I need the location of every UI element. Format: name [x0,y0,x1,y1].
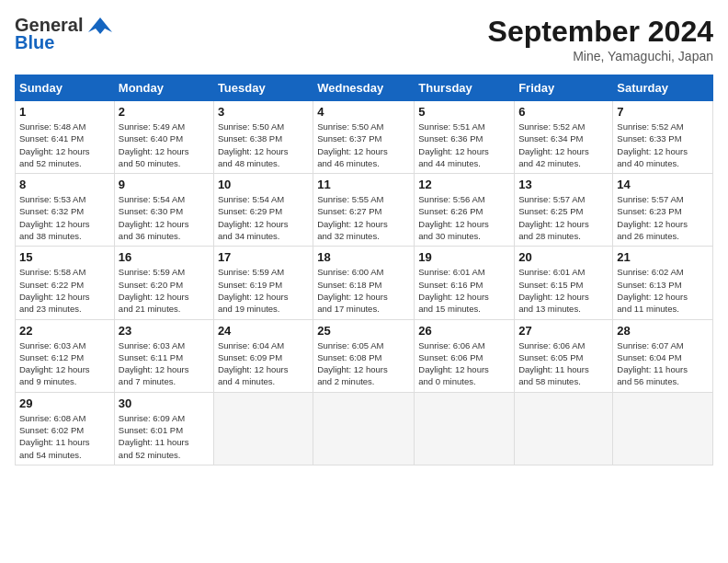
logo-bird-icon [86,16,114,36]
calendar-cell: 5 Sunrise: 5:51 AMSunset: 6:36 PMDayligh… [415,101,515,174]
calendar-cell: 26 Sunrise: 6:06 AMSunset: 6:06 PMDaylig… [415,319,515,392]
day-number: 25 [317,324,410,338]
day-number: 8 [19,178,110,191]
calendar-cell [613,392,713,465]
day-number: 3 [218,105,309,119]
day-info: Sunrise: 6:06 AMSunset: 6:06 PMDaylight:… [418,339,510,388]
day-number: 2 [119,105,210,119]
page-header: General Blue September 2024 Mine, Yamagu… [15,15,713,63]
day-number: 5 [418,105,510,119]
day-info: Sunrise: 6:02 AMSunset: 6:13 PMDaylight:… [617,266,709,315]
day-number: 30 [119,396,210,410]
calendar-cell: 12 Sunrise: 5:56 AMSunset: 6:26 PMDaylig… [415,174,515,247]
calendar-week-row: 8 Sunrise: 5:53 AMSunset: 6:32 PMDayligh… [16,174,713,247]
calendar-table: SundayMondayTuesdayWednesdayThursdayFrid… [15,75,713,465]
calendar-cell: 19 Sunrise: 6:01 AMSunset: 6:16 PMDaylig… [415,247,515,319]
calendar-cell: 25 Sunrise: 6:05 AMSunset: 6:08 PMDaylig… [313,319,415,392]
day-info: Sunrise: 6:07 AMSunset: 6:04 PMDaylight:… [617,339,709,388]
calendar-cell: 24 Sunrise: 6:04 AMSunset: 6:09 PMDaylig… [213,319,313,392]
day-info: Sunrise: 5:57 AMSunset: 6:25 PMDaylight:… [518,193,609,242]
day-number: 19 [418,250,510,264]
calendar-cell: 6 Sunrise: 5:52 AMSunset: 6:34 PMDayligh… [515,101,613,174]
day-info: Sunrise: 5:58 AMSunset: 6:22 PMDaylight:… [19,266,110,315]
day-number: 10 [218,178,309,191]
calendar-cell [313,392,415,465]
day-info: Sunrise: 5:55 AMSunset: 6:27 PMDaylight:… [317,193,410,242]
day-number: 23 [119,324,210,338]
calendar-cell [213,392,313,465]
day-number: 6 [518,105,609,119]
day-info: Sunrise: 5:48 AMSunset: 6:41 PMDaylight:… [19,121,110,169]
day-info: Sunrise: 5:57 AMSunset: 6:23 PMDaylight:… [617,193,709,242]
day-number: 22 [19,324,110,338]
day-info: Sunrise: 6:01 AMSunset: 6:15 PMDaylight:… [518,266,609,315]
day-info: Sunrise: 5:54 AMSunset: 6:29 PMDaylight:… [218,193,309,242]
day-number: 1 [19,105,110,119]
day-number: 11 [317,178,410,191]
calendar-cell: 15 Sunrise: 5:58 AMSunset: 6:22 PMDaylig… [16,247,115,319]
day-info: Sunrise: 5:53 AMSunset: 6:32 PMDaylight:… [19,193,110,242]
day-info: Sunrise: 5:59 AMSunset: 6:20 PMDaylight:… [119,266,210,315]
day-info: Sunrise: 6:00 AMSunset: 6:18 PMDaylight:… [317,266,410,315]
calendar-cell: 27 Sunrise: 6:06 AMSunset: 6:05 PMDaylig… [515,319,613,392]
day-number: 15 [19,250,110,264]
day-number: 9 [119,178,210,191]
day-number: 13 [518,178,609,191]
header-monday: Monday [114,75,213,101]
day-info: Sunrise: 5:51 AMSunset: 6:36 PMDaylight:… [418,121,510,169]
day-info: Sunrise: 5:49 AMSunset: 6:40 PMDaylight:… [119,121,210,169]
day-number: 20 [518,250,609,264]
calendar-cell [515,392,613,465]
day-number: 14 [617,178,709,191]
day-info: Sunrise: 6:03 AMSunset: 6:12 PMDaylight:… [19,339,110,388]
calendar-cell [415,392,515,465]
day-info: Sunrise: 5:50 AMSunset: 6:37 PMDaylight:… [317,121,410,169]
calendar-cell: 23 Sunrise: 6:03 AMSunset: 6:11 PMDaylig… [114,319,213,392]
calendar-cell: 16 Sunrise: 5:59 AMSunset: 6:20 PMDaylig… [114,247,213,319]
day-info: Sunrise: 5:59 AMSunset: 6:19 PMDaylight:… [218,266,309,315]
logo-blue: Blue [15,32,54,53]
day-number: 4 [317,105,410,119]
day-info: Sunrise: 6:05 AMSunset: 6:08 PMDaylight:… [317,339,410,388]
calendar-cell: 10 Sunrise: 5:54 AMSunset: 6:29 PMDaylig… [213,174,313,247]
header-sunday: Sunday [16,75,115,101]
day-number: 29 [19,396,110,410]
calendar-week-row: 29 Sunrise: 6:08 AMSunset: 6:02 PMDaylig… [16,392,713,465]
calendar-cell: 28 Sunrise: 6:07 AMSunset: 6:04 PMDaylig… [613,319,713,392]
calendar-cell: 21 Sunrise: 6:02 AMSunset: 6:13 PMDaylig… [613,247,713,319]
calendar-cell: 11 Sunrise: 5:55 AMSunset: 6:27 PMDaylig… [313,174,415,247]
calendar-week-row: 15 Sunrise: 5:58 AMSunset: 6:22 PMDaylig… [16,247,713,319]
day-info: Sunrise: 5:54 AMSunset: 6:30 PMDaylight:… [119,193,210,242]
calendar-header-row: SundayMondayTuesdayWednesdayThursdayFrid… [16,75,713,101]
calendar-cell: 13 Sunrise: 5:57 AMSunset: 6:25 PMDaylig… [515,174,613,247]
calendar-cell: 4 Sunrise: 5:50 AMSunset: 6:37 PMDayligh… [313,101,415,174]
calendar-week-row: 1 Sunrise: 5:48 AMSunset: 6:41 PMDayligh… [16,101,713,174]
logo: General Blue [15,15,114,53]
day-number: 26 [418,324,510,338]
calendar-cell: 14 Sunrise: 5:57 AMSunset: 6:23 PMDaylig… [613,174,713,247]
day-info: Sunrise: 5:52 AMSunset: 6:34 PMDaylight:… [518,121,609,169]
calendar-cell: 18 Sunrise: 6:00 AMSunset: 6:18 PMDaylig… [313,247,415,319]
calendar-cell: 20 Sunrise: 6:01 AMSunset: 6:15 PMDaylig… [515,247,613,319]
day-info: Sunrise: 6:09 AMSunset: 6:01 PMDaylight:… [119,412,210,461]
location-subtitle: Mine, Yamaguchi, Japan [488,49,713,63]
header-saturday: Saturday [613,75,713,101]
day-info: Sunrise: 5:56 AMSunset: 6:26 PMDaylight:… [418,193,510,242]
calendar-cell: 22 Sunrise: 6:03 AMSunset: 6:12 PMDaylig… [16,319,115,392]
title-block: September 2024 Mine, Yamaguchi, Japan [488,15,713,63]
svg-marker-0 [88,17,112,34]
day-info: Sunrise: 6:06 AMSunset: 6:05 PMDaylight:… [518,339,609,388]
day-number: 24 [218,324,309,338]
header-tuesday: Tuesday [213,75,313,101]
day-number: 27 [518,324,609,338]
calendar-cell: 2 Sunrise: 5:49 AMSunset: 6:40 PMDayligh… [114,101,213,174]
calendar-cell: 9 Sunrise: 5:54 AMSunset: 6:30 PMDayligh… [114,174,213,247]
calendar-cell: 1 Sunrise: 5:48 AMSunset: 6:41 PMDayligh… [16,101,115,174]
day-info: Sunrise: 5:52 AMSunset: 6:33 PMDaylight:… [617,121,709,169]
day-number: 12 [418,178,510,191]
header-wednesday: Wednesday [313,75,415,101]
calendar-cell: 8 Sunrise: 5:53 AMSunset: 6:32 PMDayligh… [16,174,115,247]
calendar-cell: 30 Sunrise: 6:09 AMSunset: 6:01 PMDaylig… [114,392,213,465]
day-info: Sunrise: 6:08 AMSunset: 6:02 PMDaylight:… [19,412,110,461]
day-info: Sunrise: 6:04 AMSunset: 6:09 PMDaylight:… [218,339,309,388]
